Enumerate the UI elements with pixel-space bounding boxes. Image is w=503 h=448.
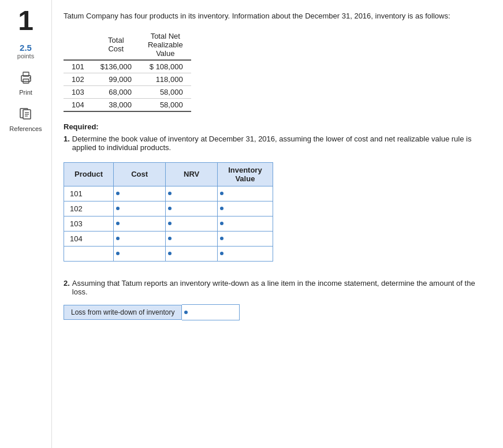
print-icon (17, 69, 35, 87)
given-row-101: 101 $136,000 $ 108,000 (64, 60, 191, 73)
given-cost-101: $136,000 (92, 60, 140, 73)
item1-text: Determine the book value of inventory at… (72, 135, 486, 152)
given-nrv-103: 58,000 (140, 85, 191, 98)
references-label: References (9, 125, 42, 132)
problem-number: 1 (18, 7, 33, 35)
ans-nrv-104-input[interactable] (166, 231, 218, 246)
ans-product-101: 101 (64, 186, 114, 201)
ans-invval-104-field[interactable] (218, 234, 264, 243)
loss-input-cell[interactable] (182, 304, 240, 320)
ans-cost-102-input[interactable] (114, 201, 166, 216)
intro-text: Tatum Company has four products in its i… (64, 10, 486, 22)
given-row-102: 102 99,000 118,000 (64, 73, 191, 85)
section2: 2. Assuming that Tatum reports an invent… (64, 279, 486, 320)
ans-invval-104-input[interactable] (218, 231, 273, 246)
required-section: Required: 1. Determine the book value of… (64, 122, 486, 152)
given-col-product (64, 30, 92, 60)
given-product-101: 101 (64, 60, 92, 73)
ans-col-invvalue: InventoryValue (218, 162, 273, 186)
ans-cost-total-input[interactable] (114, 246, 166, 261)
item1-number: 1. (64, 135, 70, 152)
ans-invval-total-input[interactable] (218, 246, 273, 261)
ans-row-103: 103 (64, 216, 273, 231)
ans-product-104: 104 (64, 231, 114, 246)
ans-row-102: 102 (64, 201, 273, 216)
given-row-103: 103 68,000 58,000 (64, 85, 191, 98)
ans-col-product: Product (64, 162, 114, 186)
print-label: Print (19, 89, 32, 96)
ans-invval-total-field[interactable] (218, 249, 264, 258)
required-label: Required: (64, 122, 486, 131)
ans-invval-103-input[interactable] (218, 216, 273, 231)
given-nrv-101: $ 108,000 (140, 60, 191, 73)
ans-invval-101-input[interactable] (218, 186, 273, 201)
given-nrv-102: 118,000 (140, 73, 191, 85)
given-product-103: 103 (64, 85, 92, 98)
ans-row-101: 101 (64, 186, 273, 201)
sidebar: 1 2.5 points Print (0, 0, 52, 448)
given-nrv-104: 58,000 (140, 98, 191, 111)
ans-cost-104-input[interactable] (114, 231, 166, 246)
given-cost-103: 68,000 (92, 85, 140, 98)
loss-row: Loss from write-down of inventory (64, 304, 486, 320)
ans-nrv-104-field[interactable] (166, 234, 212, 243)
ans-cost-102-field[interactable] (114, 204, 160, 213)
ans-product-total (64, 246, 114, 261)
ans-cost-103-field[interactable] (114, 219, 160, 228)
main-content: Tatum Company has four products in its i… (52, 0, 503, 448)
answer-table: Product Cost NRV InventoryValue 101 102 (64, 162, 273, 262)
points-label: points (17, 53, 34, 59)
ans-cost-101-field[interactable] (114, 189, 160, 198)
section2-text: Assuming that Tatum reports an inventory… (72, 279, 486, 296)
svg-rect-3 (29, 77, 31, 79)
ans-col-cost: Cost (114, 162, 166, 186)
ans-nrv-total-field[interactable] (166, 249, 212, 258)
ans-cost-101-input[interactable] (114, 186, 166, 201)
given-cost-102: 99,000 (92, 73, 140, 85)
ans-col-nrv: NRV (166, 162, 218, 186)
ans-nrv-total-input[interactable] (166, 246, 218, 261)
given-row-104: 104 38,000 58,000 (64, 98, 191, 111)
ans-nrv-101-field[interactable] (166, 189, 212, 198)
ans-nrv-103-field[interactable] (166, 219, 212, 228)
ans-cost-104-field[interactable] (114, 234, 160, 243)
print-button[interactable]: Print (12, 66, 40, 98)
given-table: TotalCost Total NetRealizableValue 101 $… (64, 30, 191, 112)
points-badge: 2.5 points (17, 43, 34, 59)
references-icon (16, 105, 35, 124)
ans-invval-102-field[interactable] (218, 204, 264, 213)
given-product-102: 102 (64, 73, 92, 85)
ans-invval-103-field[interactable] (218, 219, 264, 228)
ans-nrv-101-input[interactable] (166, 186, 218, 201)
ans-invval-102-input[interactable] (218, 201, 273, 216)
section2-number: 2. (64, 279, 70, 296)
given-product-104: 104 (64, 98, 92, 111)
ans-row-104: 104 (64, 231, 273, 246)
loss-input-field[interactable] (182, 308, 234, 317)
given-col-cost: TotalCost (92, 30, 140, 60)
ans-cost-103-input[interactable] (114, 216, 166, 231)
given-col-nrv: Total NetRealizableValue (140, 30, 191, 60)
ans-product-103: 103 (64, 216, 114, 231)
ans-nrv-103-input[interactable] (166, 216, 218, 231)
ans-product-102: 102 (64, 201, 114, 216)
ans-nrv-102-input[interactable] (166, 201, 218, 216)
ans-invval-101-field[interactable] (218, 189, 264, 198)
points-value: 2.5 (17, 43, 34, 53)
given-cost-104: 38,000 (92, 98, 140, 111)
ans-row-total (64, 246, 273, 261)
ans-cost-total-field[interactable] (114, 249, 160, 258)
loss-label: Loss from write-down of inventory (64, 305, 182, 320)
references-button[interactable]: References (5, 103, 46, 135)
ans-nrv-102-field[interactable] (166, 204, 212, 213)
